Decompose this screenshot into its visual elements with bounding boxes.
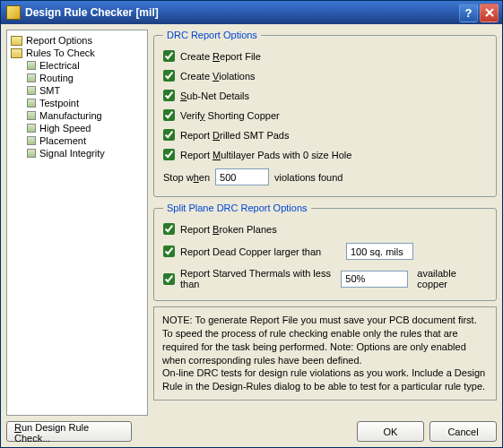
note-line: On-line DRC tests for design rule violat… (162, 366, 488, 393)
multilayer-checkbox[interactable] (163, 149, 175, 160)
tree-item-placement[interactable]: Placement (7, 134, 147, 147)
help-button[interactable]: ? (459, 4, 478, 22)
tree-label: Signal Integrity (39, 148, 105, 159)
tree-label: Electrical (39, 60, 80, 71)
rule-icon (27, 86, 36, 95)
drilled-smt-label: Report Drilled SMT Pads (180, 130, 289, 141)
note-line: NOTE: To generate Report File you must s… (162, 314, 488, 327)
dead-copper-checkbox[interactable] (163, 246, 175, 257)
run-drc-button[interactable]: Run Design Rule Check... (6, 421, 132, 442)
drilled-smt-checkbox[interactable] (163, 129, 175, 141)
window-title: Design Rule Checker [mil] (25, 6, 457, 19)
tree-item-report-options[interactable]: Report Options (7, 34, 147, 47)
rule-icon (27, 136, 36, 145)
create-report-label: Create Report File (180, 51, 261, 62)
button-bar: Run Design Rule Check... OK Cancel (6, 416, 497, 442)
tree-label: Placement (39, 135, 86, 146)
tree-label: Testpoint (39, 98, 79, 108)
rule-icon (27, 149, 36, 158)
stop-when-input[interactable] (215, 168, 269, 185)
rule-icon (27, 111, 36, 120)
tree-item-testpoint[interactable]: Testpoint (7, 97, 147, 109)
tree-label: Routing (39, 73, 74, 83)
drc-legend: DRC Report Options (163, 30, 261, 40)
cancel-button[interactable]: Cancel (429, 421, 497, 442)
dead-copper-label: Report Dead Copper larger than (180, 246, 346, 257)
starved-thermals-label: Report Starved Thermals with less than (180, 268, 341, 289)
starved-thermals-suffix: available copper (417, 268, 487, 289)
subnet-details-label: Sub-Net Details (180, 90, 249, 101)
tree-item-manufacturing[interactable]: Manufacturing (7, 109, 147, 122)
tree-label: SMT (39, 85, 60, 96)
dialog-window: Design Rule Checker [mil] ? Report Optio… (0, 0, 503, 448)
rule-icon (27, 99, 36, 108)
verify-shorting-checkbox[interactable] (163, 109, 175, 121)
verify-shorting-label: Verify Shorting Copper (180, 110, 280, 121)
starved-thermals-checkbox[interactable] (163, 273, 175, 285)
tree-item-routing[interactable]: Routing (7, 72, 147, 84)
create-violations-checkbox[interactable] (163, 70, 175, 82)
tree-label: Manufacturing (39, 110, 102, 121)
right-pane: DRC Report Options Create Report File Cr… (153, 30, 497, 416)
app-icon (6, 5, 21, 20)
drc-report-options-group: DRC Report Options Create Report File Cr… (153, 30, 497, 197)
note-line: To speed the process of rule checking en… (162, 327, 488, 367)
run-label-rest: un Design Rule Check... (14, 422, 89, 444)
rule-icon (27, 73, 36, 82)
split-legend: Split Plane DRC Report Options (163, 202, 311, 213)
tree-pane: Report Options Rules To Check Electrical… (6, 30, 148, 416)
client-area: Report Options Rules To Check Electrical… (1, 24, 502, 447)
starved-thermals-input[interactable] (341, 271, 408, 288)
create-violations-label: Create Violations (180, 71, 256, 82)
tree-item-signal-integrity[interactable]: Signal Integrity (7, 147, 147, 159)
stop-when-label: Stop when (163, 172, 210, 183)
ok-button[interactable]: OK (357, 421, 424, 442)
tree-label: Report Options (26, 35, 92, 46)
tree-label: High Speed (39, 123, 91, 134)
multilayer-label: Report Multilayer Pads with 0 size Hole (180, 150, 351, 160)
folder-icon (11, 36, 22, 46)
dead-copper-input[interactable] (346, 243, 413, 260)
tree-item-electrical[interactable]: Electrical (7, 59, 147, 72)
titlebar: Design Rule Checker [mil] ? (1, 1, 502, 24)
tree-item-smt[interactable]: SMT (7, 84, 147, 97)
subnet-details-checkbox[interactable] (163, 90, 175, 101)
tree-label: Rules To Check (26, 47, 95, 58)
close-button[interactable] (480, 4, 499, 22)
note-box: NOTE: To generate Report File you must s… (153, 306, 497, 401)
stop-when-suffix: violations found (274, 172, 343, 183)
broken-planes-label: Report Broken Planes (180, 224, 277, 235)
tree-item-rules-to-check[interactable]: Rules To Check (7, 47, 147, 59)
split-plane-group: Split Plane DRC Report Options Report Br… (153, 202, 497, 301)
rule-icon (27, 124, 36, 133)
tree-item-high-speed[interactable]: High Speed (7, 122, 147, 134)
folder-icon (11, 48, 22, 58)
create-report-checkbox[interactable] (163, 50, 175, 62)
main-area: Report Options Rules To Check Electrical… (6, 30, 497, 416)
rule-icon (27, 61, 36, 70)
broken-planes-checkbox[interactable] (163, 223, 175, 235)
